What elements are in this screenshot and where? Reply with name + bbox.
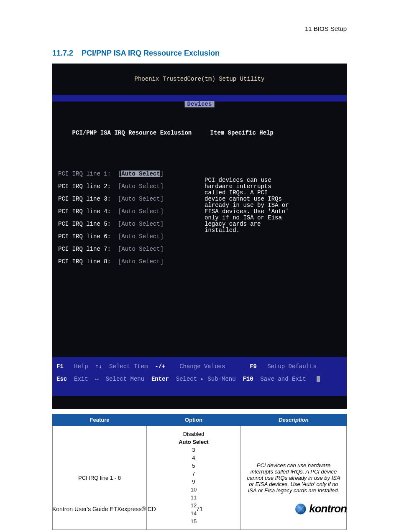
bios-screenshot: Phoenix TrustedCore(tm) Setup Utility De…: [52, 64, 347, 409]
opt: 15: [152, 517, 235, 525]
bios-irq-label[interactable]: PCI IRQ line 3:: [58, 196, 111, 202]
bios-tab-bar: Devices: [52, 95, 347, 102]
bios-irq-label[interactable]: PCI IRQ line 5:: [58, 221, 111, 227]
bios-help-heading: Item Specific Help: [196, 130, 274, 136]
globe-icon: [295, 503, 307, 515]
bios-active-tab[interactable]: Devices: [185, 101, 215, 107]
opt: 3: [152, 446, 235, 454]
bios-irq-value[interactable]: Auto Select: [121, 221, 160, 227]
bios-irq-value[interactable]: Auto Select: [121, 246, 160, 252]
opt-default: Auto Select: [152, 438, 235, 446]
bios-irq-value[interactable]: Auto Select: [121, 183, 160, 190]
opt: 9: [152, 478, 235, 486]
page-number: 71: [196, 506, 203, 512]
opt: 7: [152, 470, 235, 478]
section-title: PCI/PNP ISA IRQ Ressource Exclusion: [82, 49, 220, 57]
bios-footer: F1 Help ↑↓ Select Item -/+ Change Values…: [52, 357, 347, 396]
th-description: Description: [240, 414, 346, 426]
bios-irq-value[interactable]: Auto Select: [121, 171, 160, 177]
bios-irq-value[interactable]: Auto Select: [121, 233, 160, 240]
bios-title: Phoenix TrustedCore(tm) Setup Utility: [52, 76, 347, 82]
bios-irq-value[interactable]: Auto Select: [121, 196, 160, 202]
opt: Disabled: [152, 430, 235, 438]
footer-left: Kontron User's Guide ETXexpress® CD: [52, 506, 156, 512]
opt: 5: [152, 462, 235, 470]
cursor-block-icon: [317, 376, 320, 382]
logo-text: kontron: [309, 502, 347, 515]
bios-irq-label[interactable]: PCI IRQ line 7:: [58, 246, 111, 252]
bios-irq-label[interactable]: PCI IRQ line 8:: [58, 258, 111, 265]
bios-irq-label[interactable]: PCI IRQ line 4:: [58, 208, 111, 215]
section-number: 11.7.2: [52, 49, 82, 58]
opt: 4: [152, 454, 235, 462]
opt: 10: [152, 486, 235, 494]
kontron-logo: kontron: [295, 502, 347, 515]
bios-panel-heading: PCI/PNP ISA IRQ Resource Exclusion: [58, 130, 192, 136]
bios-irq-value[interactable]: Auto Select: [121, 258, 160, 265]
bios-irq-label[interactable]: PCI IRQ line 2:: [58, 183, 111, 190]
bios-irq-value[interactable]: Auto Select: [121, 208, 160, 215]
section-heading: 11.7.2PCI/PNP ISA IRQ Ressource Exclusio…: [52, 49, 347, 58]
bios-irq-label[interactable]: PCI IRQ line 1:: [58, 171, 111, 177]
th-option: Option: [146, 414, 240, 426]
opt: 11: [152, 494, 235, 501]
page-footer: Kontron User's Guide ETXexpress® CD 71 k…: [52, 502, 347, 515]
bios-help-text: PCI devices can use hardware interrupts …: [196, 177, 292, 234]
page-header-breadcrumb: 11 BIOS Setup: [52, 25, 347, 32]
th-feature: Feature: [53, 414, 147, 426]
bios-irq-label[interactable]: PCI IRQ line 6:: [58, 233, 111, 240]
